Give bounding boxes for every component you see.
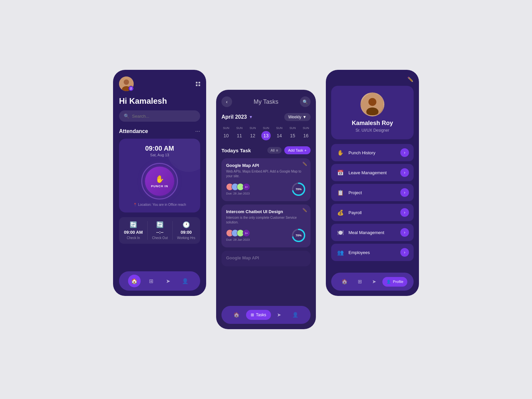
menu-project[interactable]: 📋 Project ›	[331, 184, 414, 201]
task-avatars-0: 3+	[226, 183, 250, 191]
task-avatar-more-0: 3+	[243, 183, 250, 191]
month-selector[interactable]: April 2023 ▼	[221, 114, 253, 120]
back-button[interactable]: ‹	[221, 96, 232, 107]
nav-tasks-button[interactable]: ⊞	[145, 275, 158, 287]
checkout-label: Check Out	[152, 236, 168, 240]
nav-send-button[interactable]: ➤	[162, 275, 175, 287]
employees-icon: 👥	[336, 248, 345, 257]
attendance-card: 09:00 AM Sat, Aug 13 ✋ PUNCH IN 📍 Locati…	[119, 139, 200, 212]
task-avatar-more-1: 3+	[243, 229, 250, 237]
edit-profile-button[interactable]: ✏️	[407, 76, 414, 82]
punch-ring: ✋ PUNCH IN	[141, 163, 178, 200]
filter-button[interactable]: All ≡	[267, 147, 282, 154]
task-desc-0: Web APIs. Maps Embed API. Add a Google M…	[226, 169, 306, 179]
checkin-icon: 🔄	[130, 221, 137, 228]
cal-day-3[interactable]: SUN 13	[261, 126, 271, 140]
punch-label: PUNCH IN	[151, 185, 168, 188]
task-name-1: Intercom Chatbot UI Design	[226, 209, 306, 214]
more-options-button[interactable]: ···	[195, 128, 200, 135]
cal-day-0[interactable]: SUN 10	[221, 126, 231, 140]
grid-menu-icon[interactable]	[196, 82, 200, 86]
edit-task-icon-1[interactable]: ✏️	[302, 208, 307, 212]
task-avatars-1: 3+	[226, 229, 250, 237]
checkin-label: Check In	[127, 236, 140, 240]
nav3-profile-label: Profile	[393, 280, 403, 284]
notification-badge: 2	[128, 86, 134, 91]
nav2-send-button[interactable]: ➤	[272, 309, 286, 321]
menu-punch-history[interactable]: ✋ Punch History ›	[331, 144, 414, 161]
nav2-tasks-label: Tasks	[256, 313, 266, 317]
cal-day-4[interactable]: SUN 14	[275, 126, 284, 140]
project-icon: 📋	[336, 188, 345, 197]
nav2-profile-button[interactable]: 👤	[288, 309, 303, 321]
task-due-1: Due: 28 Jan 2023	[226, 238, 250, 241]
weekly-toggle[interactable]: Weekly ▼	[284, 113, 311, 121]
cal-day-6[interactable]: SUN 16	[301, 126, 311, 140]
nav2-tasks-button[interactable]: ⊞ Tasks	[246, 310, 271, 320]
menu-employees[interactable]: 👥 Employees ›	[331, 244, 414, 261]
menu-payroll[interactable]: 💰 Payroll ›	[331, 204, 414, 221]
progress-ring-0: 70%	[291, 182, 306, 197]
workinghrs-label: Working Hrs	[177, 236, 195, 240]
payroll-arrow: ›	[400, 208, 409, 217]
menu-list: ✋ Punch History › 📅 Leave Management › 📋…	[331, 144, 414, 268]
add-task-button[interactable]: Add Task +	[284, 146, 311, 154]
check-row: 🔄 09:00 AM Check In 🔄 --:-- Check Out 🕐 …	[119, 217, 200, 244]
user-avatar[interactable]: 2	[119, 76, 134, 91]
workinghrs-time: 09:00	[181, 230, 192, 235]
nav3-profile-button[interactable]: 👤 Profile	[382, 277, 407, 287]
search-input[interactable]	[132, 114, 196, 119]
filter-icon: ≡	[276, 148, 278, 152]
search-icon: 🔍	[124, 113, 129, 119]
current-date: Sat, Aug 13	[124, 153, 195, 157]
search-bar[interactable]: 🔍	[119, 110, 200, 122]
punch-in-button[interactable]: ✋ PUNCH IN	[145, 167, 174, 196]
profile-role: Sr. UI/UX Designer	[355, 128, 389, 133]
nav2-home-button[interactable]: 🏠	[229, 309, 244, 321]
profile-avatar	[360, 92, 384, 116]
project-arrow: ›	[400, 188, 409, 197]
punch-history-icon: ✋	[336, 148, 345, 157]
menu-leave-management[interactable]: 📅 Leave Management ›	[331, 164, 414, 181]
bottom-nav-home: 🏠 ⊞ ➤ 👤	[119, 271, 200, 291]
nav-profile-button[interactable]: 👤	[179, 275, 192, 287]
leave-management-arrow: ›	[400, 168, 409, 177]
meal-management-label: Meal Management	[348, 230, 397, 235]
leave-management-label: Leave Management	[348, 170, 397, 175]
nav3-tasks-button[interactable]: ⊞	[354, 276, 366, 287]
add-task-label: Add Task	[288, 148, 303, 152]
payroll-label: Payroll	[348, 210, 397, 215]
nav3-send-button[interactable]: ➤	[368, 276, 380, 287]
task-due-0: Due: 28 Jan 2023	[226, 192, 250, 195]
payroll-icon: 💰	[336, 208, 345, 217]
checkin-item: 🔄 09:00 AM Check In	[124, 221, 143, 240]
menu-meal-management[interactable]: 🍽️ Meal Management ›	[331, 224, 414, 241]
plus-icon: +	[305, 148, 307, 152]
hand-icon: ✋	[155, 175, 164, 184]
task-card-ghost: Google Map API	[221, 251, 311, 266]
greeting: Hi Kamalesh	[119, 96, 200, 106]
meal-management-icon: 🍽️	[336, 228, 345, 237]
search-button[interactable]: 🔍	[300, 96, 311, 107]
ghost-task-name: Google Map API	[226, 255, 306, 260]
workinghrs-icon: 🕐	[183, 221, 190, 228]
attendance-title: Attendance	[119, 128, 148, 134]
checkout-item: 🔄 --:-- Check Out	[152, 221, 168, 240]
cal-day-5[interactable]: SUN 15	[288, 126, 297, 140]
punch-history-arrow: ›	[400, 148, 409, 157]
nav-home-button[interactable]: 🏠	[128, 275, 141, 287]
cal-day-1[interactable]: SUN 11	[235, 126, 244, 140]
tasks-screen: ‹ My Tasks 🔍 April 2023 ▼ Weekly ▼ SUN 1…	[216, 90, 316, 329]
cal-day-2[interactable]: SUN 12	[248, 126, 257, 140]
current-time: 09:00 AM	[124, 145, 195, 152]
edit-task-icon-0[interactable]: ✏️	[302, 162, 307, 166]
svg-point-9	[366, 107, 379, 116]
task-card-0: ✏️ Google Map API Web APIs. Maps Embed A…	[221, 158, 311, 201]
nav3-home-button[interactable]: 🏠	[337, 276, 352, 287]
nav3-profile-icon: 👤	[386, 280, 391, 284]
month-label: April 2023	[221, 114, 247, 120]
profile-name: Kamalesh Roy	[352, 120, 393, 127]
svg-point-1	[124, 79, 129, 85]
employees-arrow: ›	[400, 248, 409, 257]
workinghrs-item: 🕐 09:00 Working Hrs	[177, 221, 195, 240]
